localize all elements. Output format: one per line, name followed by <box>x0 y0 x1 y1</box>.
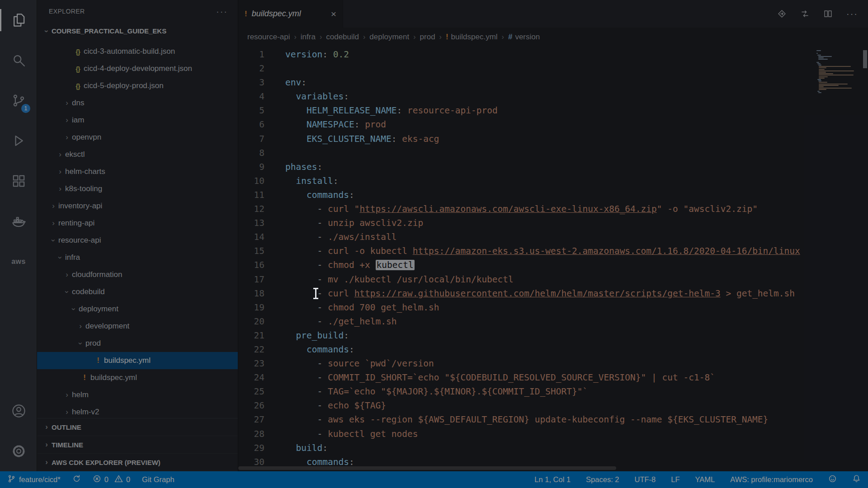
minimap[interactable] <box>815 47 862 471</box>
tree-item-iam[interactable]: ›iam <box>37 112 238 129</box>
search-icon[interactable] <box>0 40 37 80</box>
code-line[interactable]: 20 - ./get_helm.sh <box>238 314 808 328</box>
breadcrumb-buildspec-yml[interactable]: !buildspec.yml <box>446 33 498 42</box>
code-line[interactable]: 15 - curl -o kubectl https://amazon-eks.… <box>238 244 808 258</box>
more-actions-icon[interactable]: ··· <box>216 6 228 17</box>
breadcrumb-label: buildspec.yml <box>451 33 498 42</box>
code-line[interactable]: 11 commands: <box>238 188 808 202</box>
status-problems[interactable]: 00 <box>93 474 130 485</box>
code-token: variables <box>296 91 344 102</box>
horizontal-scrollbar[interactable] <box>238 466 616 470</box>
code-line[interactable]: 17 - mv ./kubectl /usr/local/bin/kubectl <box>238 272 808 286</box>
breadcrumb-infra[interactable]: infra <box>301 33 316 42</box>
breadcrumb-prod[interactable]: prod <box>420 33 435 42</box>
status-git-branch[interactable]: feature/cicd* <box>7 474 61 485</box>
code-line[interactable]: 22 commands: <box>238 343 808 357</box>
code-line[interactable]: 29 build: <box>238 441 808 455</box>
tree-item-cicd-5-deploy-prod-json[interactable]: {}cicd-5-deploy-prod.json <box>37 77 238 94</box>
breadcrumb-resource-api[interactable]: resource-api <box>247 33 290 42</box>
status-language-mode[interactable]: YAML <box>695 475 715 484</box>
code-line[interactable]: 10 install: <box>238 174 808 188</box>
breadcrumb-codebuild[interactable]: codebuild <box>326 33 359 42</box>
tree-item-label: iam <box>72 116 84 125</box>
tree-item-dns[interactable]: ›dns <box>37 94 238 112</box>
code-line[interactable]: 24 - COMMIT_ID_SHORT=`echo "${CODEBUILD_… <box>238 371 808 385</box>
panel-outline[interactable]: ›OUTLINE <box>37 418 238 436</box>
settings-icon[interactable] <box>0 431 37 471</box>
code-text: - chmod +x kubectl <box>270 258 415 272</box>
tree-item-buildspec-yml[interactable]: !buildspec.yml <box>37 352 238 369</box>
tree-item-buildspec-yml[interactable]: !buildspec.yml <box>37 369 238 386</box>
code-line[interactable]: 8 <box>238 146 808 160</box>
tree-item-eksctl[interactable]: ›eksctl <box>37 146 238 163</box>
code-line[interactable]: 19 - chmod 700 get_helm.sh <box>238 300 808 314</box>
tree-item-renting-api[interactable]: ›renting-api <box>37 215 238 232</box>
code-line[interactable]: 7 EKS_CLUSTER_NAME: eks-acg <box>238 132 808 146</box>
status-indentation[interactable]: Spaces: 2 <box>586 475 619 484</box>
status-git-graph[interactable]: Git Graph <box>142 475 175 484</box>
compare-changes-icon[interactable] <box>800 9 810 19</box>
close-icon[interactable]: × <box>331 9 336 19</box>
status-sync[interactable] <box>72 474 81 485</box>
code-line[interactable]: 9phases: <box>238 160 808 174</box>
panel-timeline[interactable]: ›TIMELINE <box>37 436 238 454</box>
explorer-section-header[interactable]: › COURSE_PRACTICAL_GUIDE_EKS <box>37 23 238 39</box>
code-line[interactable]: 25 - TAG=`echo "${MAJOR}.${MINOR}.${COMM… <box>238 385 808 399</box>
tree-item-inventory-api[interactable]: ›inventory-api <box>37 197 238 215</box>
code-line[interactable]: 14 - ./aws/install <box>238 230 808 244</box>
code-line[interactable]: 28 - kubectl get nodes <box>238 427 808 441</box>
tree-item-deployment[interactable]: ›deployment <box>37 300 238 318</box>
tree-item-cloudformation[interactable]: ›cloudformation <box>37 266 238 283</box>
tree-item-k8s-tooling[interactable]: ›k8s-tooling <box>37 180 238 197</box>
code-line[interactable]: 4 variables: <box>238 89 808 103</box>
breadcrumb-version[interactable]: #version <box>508 33 540 42</box>
tree-item-helm[interactable]: ›helm <box>37 386 238 404</box>
aws-icon[interactable]: aws <box>0 241 37 282</box>
code-line[interactable]: 5 HELM_RELEASE_NAME: resource-api-prod <box>238 103 808 117</box>
status-aws-profile[interactable]: AWS: profile:mariomerco <box>730 475 813 484</box>
code-line[interactable]: 6 NAMESPACE: prod <box>238 117 808 131</box>
run-debug-icon[interactable] <box>0 121 37 161</box>
code-token: aws eks --region ${AWS_DEFAULT_REGION} u… <box>328 414 768 425</box>
tree-item-codebuild[interactable]: ›codebuild <box>37 283 238 300</box>
tree-item-development[interactable]: ›development <box>37 318 238 335</box>
status-feedback[interactable] <box>828 474 837 485</box>
panel-aws-cdk-explorer-preview-[interactable]: ›AWS CDK EXPLORER (PREVIEW) <box>37 454 238 471</box>
tree-item-prod[interactable]: ›prod <box>37 335 238 352</box>
code-area[interactable]: 1version: 0.223env:4 variables:5 HELM_RE… <box>238 47 868 471</box>
open-changes-icon[interactable] <box>777 9 787 19</box>
extensions-icon[interactable] <box>0 161 37 201</box>
tree-item-helm-v2[interactable]: ›helm-v2 <box>37 404 238 418</box>
more-actions-icon[interactable]: ··· <box>846 9 858 19</box>
split-editor-icon[interactable] <box>823 9 833 19</box>
code-line[interactable]: 23 - source `pwd`/version <box>238 357 808 371</box>
explorer-icon[interactable] <box>0 0 37 40</box>
tree-item-cicd-4-deploy-development-json[interactable]: {}cicd-4-deploy-development.json <box>37 60 238 77</box>
tree-item-infra[interactable]: ›infra <box>37 249 238 266</box>
code-line[interactable]: 3env: <box>238 75 808 89</box>
status-cursor-position[interactable]: Ln 1, Col 1 <box>534 475 571 484</box>
code-line[interactable]: 21 pre_build: <box>238 328 808 343</box>
code-token: COMMIT_ID_SHORT=`echo "${CODEBUILD_RESOL… <box>328 372 715 383</box>
breadcrumb-deployment[interactable]: deployment <box>369 33 409 42</box>
source-control-icon[interactable]: 1 <box>0 80 37 121</box>
tree-item-cicd-3-automatic-build-json[interactable]: {}cicd-3-automatic-build.json <box>37 43 238 60</box>
tree-item-resource-api[interactable]: ›resource-api <box>37 232 238 249</box>
code-line[interactable]: 13 - unzip awscliv2.zip <box>238 216 808 230</box>
code-line[interactable]: 2 <box>238 61 808 75</box>
code-line[interactable]: 12 - curl "https://awscli.amazonaws.com/… <box>238 202 808 216</box>
code-line[interactable]: 26 - echo ${TAG} <box>238 399 808 413</box>
code-line[interactable]: 27 - aws eks --region ${AWS_DEFAULT_REGI… <box>238 413 808 427</box>
docker-icon[interactable] <box>0 201 37 241</box>
tree-item-label: cicd-4-deploy-development.json <box>84 64 192 73</box>
status-eol[interactable]: LF <box>671 475 679 484</box>
status-notifications[interactable] <box>852 474 861 485</box>
code-line[interactable]: 16 - chmod +x kubectl <box>238 258 808 272</box>
tab-buildspec-yml[interactable]: ! buildspec.yml × <box>238 0 343 28</box>
account-icon[interactable] <box>0 391 37 431</box>
code-line[interactable]: 1version: 0.2 <box>238 47 808 61</box>
tree-item-helm-charts[interactable]: ›helm-charts <box>37 163 238 180</box>
tree-item-openvpn[interactable]: ›openvpn <box>37 129 238 146</box>
status-encoding[interactable]: UTF-8 <box>635 475 656 484</box>
code-line[interactable]: 18 - curl https://raw.githubusercontent.… <box>238 286 808 300</box>
